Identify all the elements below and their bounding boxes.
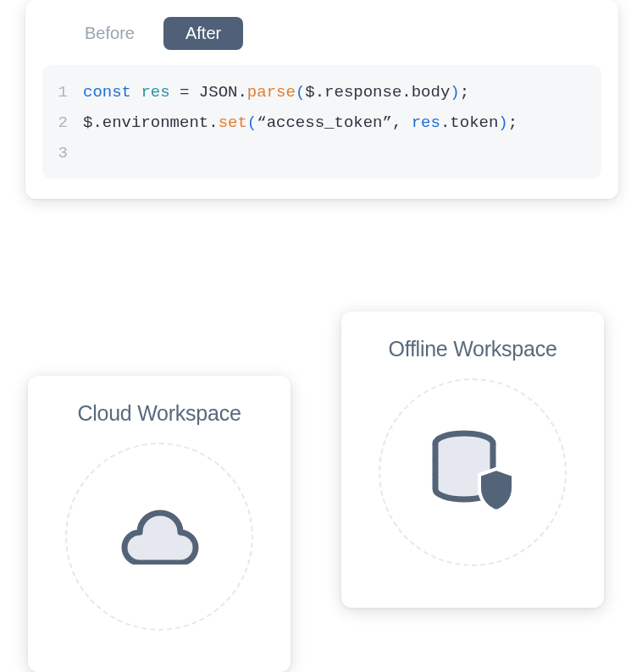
tab-before[interactable]: Before: [63, 17, 157, 50]
cloud-workspace-circle: [65, 443, 253, 631]
line-number: 3: [53, 138, 68, 168]
code-line: 1const res = JSON.parse($.response.body)…: [53, 77, 591, 107]
line-number: 1: [53, 77, 68, 107]
cloud-workspace-title: Cloud Workspace: [77, 401, 241, 426]
code-block: 1const res = JSON.parse($.response.body)…: [42, 65, 601, 179]
code-card: Before After 1const res = JSON.parse($.r…: [25, 0, 618, 199]
database-shield-icon: [427, 430, 518, 515]
offline-workspace-card[interactable]: Offline Workspace: [341, 311, 604, 608]
cloud-icon: [118, 509, 201, 565]
code-line: 2$.environment.set(“access_token”, res.t…: [53, 107, 591, 138]
code-line: 3: [53, 138, 591, 168]
cloud-workspace-card[interactable]: Cloud Workspace: [28, 376, 291, 672]
offline-workspace-circle: [379, 378, 567, 566]
tabs: Before After: [63, 17, 601, 50]
line-number: 2: [53, 107, 68, 138]
code-text: const res = JSON.parse($.response.body);: [83, 77, 469, 107]
tab-after[interactable]: After: [163, 17, 243, 50]
offline-workspace-title: Offline Workspace: [388, 337, 556, 361]
code-text: $.environment.set(“access_token”, res.to…: [83, 107, 517, 138]
